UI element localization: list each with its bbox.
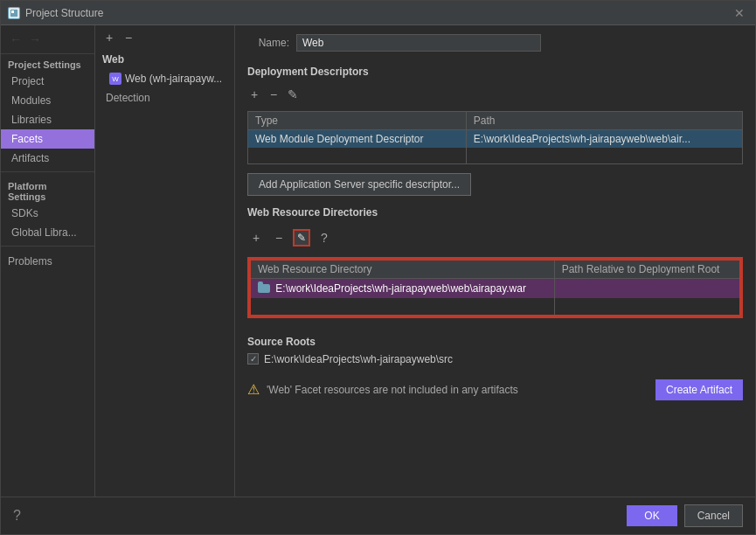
folder-icon bbox=[258, 284, 270, 293]
sidebar-divider-2 bbox=[1, 246, 94, 247]
title-bar-left: Project Structure bbox=[8, 7, 103, 19]
create-artifact-button[interactable]: Create Artifact bbox=[655, 379, 743, 400]
deployment-col-type: Type bbox=[248, 112, 467, 130]
web-label: Web bbox=[102, 53, 124, 66]
main-content: ← → Project Settings Project Modules Lib… bbox=[1, 25, 755, 497]
deployment-add-button[interactable]: + bbox=[247, 88, 261, 101]
facet-icon: W bbox=[109, 73, 121, 85]
sidebar-item-artifacts[interactable]: Artifacts bbox=[1, 149, 94, 168]
platform-settings-label: Platform Settings bbox=[1, 176, 94, 204]
add-descriptor-button[interactable]: Add Application Server specific descript… bbox=[247, 173, 471, 196]
source-roots-title: Source Roots bbox=[247, 336, 743, 348]
sidebar: ← → Project Settings Project Modules Lib… bbox=[1, 25, 95, 497]
name-input[interactable] bbox=[296, 34, 541, 52]
close-button[interactable]: ✕ bbox=[731, 4, 748, 22]
help-icon[interactable]: ? bbox=[13, 508, 21, 524]
tree-item-web: Web bbox=[95, 50, 234, 69]
wr-row-dir: E:\work\IdeaProjects\wh-jairapayweb\web\… bbox=[250, 278, 554, 298]
sidebar-item-sdks[interactable]: SDKs bbox=[1, 204, 94, 223]
web-sub-label: Web (wh-jairapayw... bbox=[125, 73, 222, 85]
deployment-remove-button[interactable]: − bbox=[267, 88, 281, 101]
warning-icon: ⚠ bbox=[247, 381, 260, 398]
bottom-bar: ? OK Cancel bbox=[1, 497, 755, 534]
wr-toolbar: + − ✎ ? bbox=[247, 229, 743, 247]
center-tree-panel: + − Web W Web (wh-jairapayw... Detection bbox=[95, 25, 235, 497]
nav-arrows: ← → bbox=[1, 25, 94, 54]
wr-help-button[interactable]: ? bbox=[316, 229, 333, 247]
svg-rect-1 bbox=[11, 10, 14, 13]
source-root-path: E:\work\IdeaProjects\wh-jairapayweb\src bbox=[264, 353, 453, 365]
sidebar-item-problems[interactable]: Problems bbox=[1, 250, 94, 273]
wr-row-relpath bbox=[554, 278, 740, 298]
app-icon bbox=[8, 7, 20, 19]
web-resource-section-title: Web Resource Directories bbox=[247, 206, 743, 219]
deployment-row-type: Web Module Deployment Descriptor bbox=[248, 130, 467, 149]
nav-forward-button[interactable]: → bbox=[27, 31, 43, 48]
tree-remove-button[interactable]: − bbox=[121, 31, 135, 45]
project-structure-window: Project Structure ✕ ← → Project Settings… bbox=[0, 0, 756, 535]
wr-col-dir: Web Resource Directory bbox=[250, 260, 554, 279]
deployment-table: Type Path Web Module Deployment Descript… bbox=[247, 111, 743, 164]
nav-back-button[interactable]: ← bbox=[8, 31, 24, 48]
warning-text: 'Web' Facet resources are not included i… bbox=[267, 384, 648, 396]
deployment-col-path: Path bbox=[466, 112, 742, 130]
source-root-row: ✓ E:\work\IdeaProjects\wh-jairapayweb\sr… bbox=[247, 351, 743, 367]
wr-remove-button[interactable]: − bbox=[270, 229, 288, 247]
project-settings-label: Project Settings bbox=[1, 54, 94, 72]
tree-toolbar: + − bbox=[95, 25, 234, 50]
sidebar-item-modules[interactable]: Modules bbox=[1, 91, 94, 110]
ok-button[interactable]: OK bbox=[627, 505, 676, 526]
deployment-toolbar: + − ✎ bbox=[247, 88, 743, 101]
deployment-row-path: E:\work\IdeaProjects\wh-jairapayweb\web\… bbox=[466, 130, 742, 149]
sidebar-item-facets[interactable]: Facets bbox=[1, 129, 94, 149]
sidebar-divider bbox=[1, 171, 94, 172]
source-roots-section: Source Roots ✓ E:\work\IdeaProjects\wh-j… bbox=[247, 332, 743, 367]
wr-add-button[interactable]: + bbox=[247, 229, 265, 247]
deployment-edit-button[interactable]: ✎ bbox=[286, 88, 300, 101]
tree-item-web-sub[interactable]: W Web (wh-jairapayw... bbox=[95, 69, 234, 88]
name-field-row: Name: bbox=[247, 34, 743, 52]
cancel-button[interactable]: Cancel bbox=[684, 504, 743, 527]
table-row[interactable]: E:\work\IdeaProjects\wh-jairapayweb\web\… bbox=[250, 278, 740, 298]
sidebar-item-libraries[interactable]: Libraries bbox=[1, 110, 94, 129]
web-resource-table: Web Resource Directory Path Relative to … bbox=[249, 259, 741, 316]
tree-item-detection[interactable]: Detection bbox=[95, 88, 234, 108]
tree-add-button[interactable]: + bbox=[102, 31, 116, 45]
sidebar-item-project[interactable]: Project bbox=[1, 72, 94, 91]
wr-col-path: Path Relative to Deployment Root bbox=[554, 260, 740, 279]
source-root-checkbox[interactable]: ✓ bbox=[247, 353, 259, 365]
name-label: Name: bbox=[247, 37, 289, 49]
title-bar: Project Structure ✕ bbox=[1, 1, 755, 25]
window-title: Project Structure bbox=[25, 7, 103, 19]
wr-edit-button[interactable]: ✎ bbox=[293, 229, 310, 247]
web-resource-table-container: Web Resource Directory Path Relative to … bbox=[247, 257, 743, 318]
table-row-empty bbox=[250, 298, 740, 316]
deployment-section-title: Deployment Descriptors bbox=[247, 66, 743, 78]
warning-row: ⚠ 'Web' Facet resources are not included… bbox=[247, 379, 743, 400]
table-row[interactable]: Web Module Deployment Descriptor E:\work… bbox=[248, 130, 743, 149]
sidebar-item-global-libs[interactable]: Global Libra... bbox=[1, 223, 94, 242]
right-panel: Name: Deployment Descriptors + − ✎ Type … bbox=[235, 25, 755, 497]
table-row-empty bbox=[248, 148, 743, 163]
